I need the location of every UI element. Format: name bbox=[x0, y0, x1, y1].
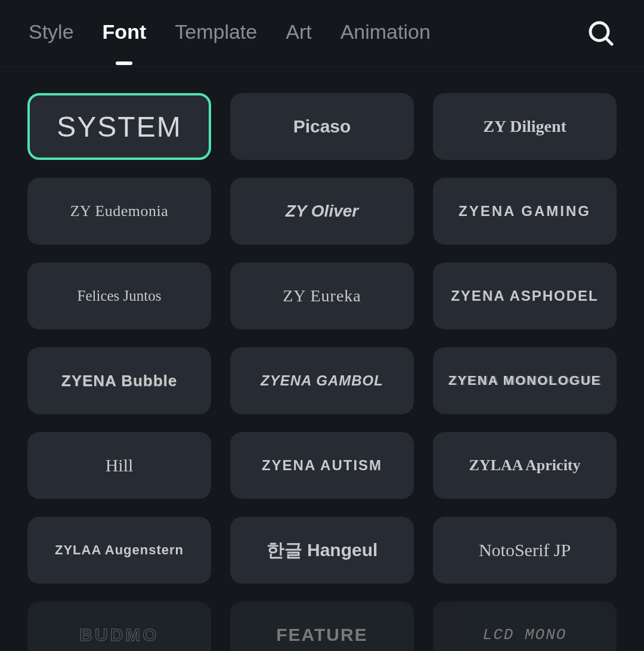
tab-art[interactable]: Art bbox=[286, 20, 311, 46]
font-label: FEATURE bbox=[276, 625, 367, 645]
font-label: Hill bbox=[106, 455, 134, 476]
font-label: LCD MONO bbox=[483, 626, 567, 644]
font-card-zy-diligent[interactable]: ZY Diligent bbox=[433, 93, 617, 160]
font-card-zyena-gaming[interactable]: ZYENA GAMING bbox=[433, 178, 617, 245]
font-card-zylaa-augenstern[interactable]: ZYLAA Augenstern bbox=[27, 517, 211, 584]
font-card-zyena-bubble[interactable]: ZYENA Bubble bbox=[27, 347, 211, 414]
tab-list: Style Font Template Art Animation bbox=[29, 20, 587, 46]
font-card-notoserif-jp[interactable]: NotoSerif JP bbox=[433, 517, 617, 584]
font-card-hangeul[interactable]: 한글 Hangeul bbox=[230, 517, 414, 584]
font-label: Felices Juntos bbox=[78, 288, 162, 304]
font-label: ZYLAA Apricity bbox=[469, 456, 580, 474]
tab-template[interactable]: Template bbox=[175, 20, 257, 46]
svg-line-1 bbox=[606, 38, 612, 44]
font-card-zyena-monologue[interactable]: ZYENA MONOLOGUE bbox=[433, 347, 617, 414]
font-card-zy-oliver[interactable]: ZY Oliver bbox=[230, 178, 414, 245]
search-button[interactable] bbox=[587, 19, 615, 48]
font-card-budmo[interactable]: BUDMO bbox=[27, 601, 211, 651]
font-label: ZYENA Bubble bbox=[61, 372, 177, 390]
font-label: 한글 Hangeul bbox=[267, 538, 378, 563]
header-bar: Style Font Template Art Animation bbox=[0, 0, 644, 67]
font-card-lcd-mono[interactable]: LCD MONO bbox=[433, 601, 617, 651]
font-label: ZYENA MONOLOGUE bbox=[448, 373, 602, 388]
font-label: Picaso bbox=[293, 116, 351, 137]
font-card-picaso[interactable]: Picaso bbox=[230, 93, 414, 160]
font-card-zy-eureka[interactable]: ZY Eureka bbox=[230, 263, 414, 329]
search-icon bbox=[587, 19, 615, 48]
font-label: ZY Diligent bbox=[483, 117, 566, 136]
font-card-hill[interactable]: Hill bbox=[27, 432, 211, 499]
font-label: SYSTEM bbox=[57, 110, 181, 143]
font-label: ZYLAA Augenstern bbox=[55, 542, 184, 558]
font-card-zyena-autism[interactable]: ZYENA AUTISM bbox=[230, 432, 414, 499]
tab-font[interactable]: Font bbox=[103, 20, 147, 46]
font-card-feature[interactable]: FEATURE bbox=[230, 601, 414, 651]
font-label: ZY Eudemonia bbox=[70, 202, 169, 220]
font-card-zy-eudemonia[interactable]: ZY Eudemonia bbox=[27, 178, 211, 245]
font-label: ZYENA GAMING bbox=[459, 203, 591, 220]
font-label: ZYENA GAMBOL bbox=[261, 372, 383, 389]
font-label: ZYENA AUTISM bbox=[262, 457, 382, 474]
font-card-zyena-gambol[interactable]: ZYENA GAMBOL bbox=[230, 347, 414, 414]
font-label: ZYENA ASPHODEL bbox=[451, 288, 599, 304]
font-card-system[interactable]: SYSTEM bbox=[27, 93, 211, 160]
font-label: BUDMO bbox=[79, 625, 159, 645]
tab-animation[interactable]: Animation bbox=[340, 20, 431, 46]
tab-style[interactable]: Style bbox=[29, 20, 74, 46]
font-grid: SYSTEM Picaso ZY Diligent ZY Eudemonia Z… bbox=[0, 67, 644, 651]
font-label: ZY Eureka bbox=[283, 286, 361, 306]
font-label: ZY Oliver bbox=[286, 202, 358, 221]
font-card-zylaa-apricity[interactable]: ZYLAA Apricity bbox=[433, 432, 617, 499]
font-label: NotoSerif JP bbox=[479, 540, 571, 560]
font-card-felices-juntos[interactable]: Felices Juntos bbox=[27, 263, 211, 329]
font-card-zyena-asphodel[interactable]: ZYENA ASPHODEL bbox=[433, 263, 617, 329]
